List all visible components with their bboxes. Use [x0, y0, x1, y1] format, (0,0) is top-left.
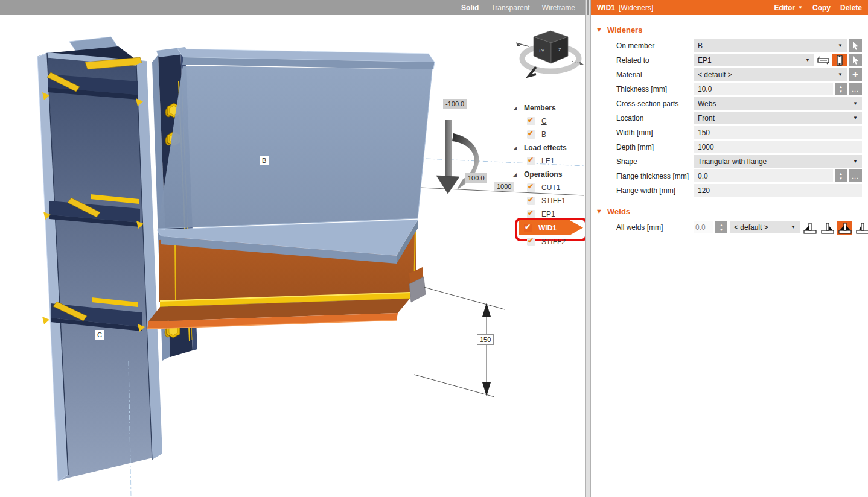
- material-dropdown[interactable]: < default > ▼: [694, 68, 847, 81]
- view-cube[interactable]: +Y Z: [516, 31, 584, 76]
- chevron-down-icon: ▼: [853, 159, 858, 164]
- expander-icon[interactable]: ◢: [513, 145, 519, 151]
- view-cube-side-label: Z: [558, 47, 561, 52]
- tree-section-operations[interactable]: ◢ Operations: [511, 168, 585, 181]
- row-related-to: Related to EP1 ▼: [616, 54, 862, 66]
- ellipsis-icon: ...: [852, 173, 859, 180]
- thickness-input[interactable]: 10.0: [694, 83, 833, 95]
- panel-splitter[interactable]: [585, 0, 591, 497]
- plate-horizontal-icon: [817, 56, 829, 65]
- cursor-pointer-icon: [852, 41, 860, 50]
- tree-section-load-effects[interactable]: ◢ Load effects: [511, 141, 585, 154]
- editor-menu-button[interactable]: Editor▼: [774, 4, 803, 12]
- expander-icon[interactable]: ◢: [513, 106, 519, 111]
- cross-section-parts-dropdown[interactable]: Webs ▼: [694, 97, 862, 110]
- chevron-down-icon: ▼: [853, 115, 858, 121]
- add-material-button[interactable]: +: [849, 68, 862, 81]
- plate-vertical-icon: [835, 55, 844, 66]
- operation-title-bar: WID1 [Wideners] Editor▼ Copy Delete: [591, 0, 868, 15]
- view-mode-wireframe[interactable]: Wireframe: [542, 4, 575, 12]
- stepper-up-icon: ▲: [839, 85, 843, 89]
- tree-item-le1[interactable]: LE1: [511, 154, 585, 168]
- collapse-triangle-icon[interactable]: ▼: [591, 207, 607, 215]
- chevron-down-icon: ▼: [791, 224, 796, 230]
- pick-in-scene-button[interactable]: [849, 39, 862, 52]
- tree-item-b[interactable]: B: [511, 128, 585, 141]
- thickness-detail-button[interactable]: ...: [849, 83, 862, 95]
- plate-horizontal-toggle[interactable]: [816, 54, 831, 66]
- stepper-down-icon: ▼: [839, 177, 843, 180]
- tree-item-stiff2[interactable]: STIFF2: [511, 235, 585, 248]
- view-mode-transparent[interactable]: Transparent: [491, 4, 529, 12]
- shape-dropdown[interactable]: Triangular with flange ▼: [694, 155, 862, 168]
- column-member-c[interactable]: [37, 37, 162, 481]
- location-dropdown[interactable]: Front ▼: [694, 112, 862, 124]
- all-welds-input[interactable]: 0.0: [694, 221, 713, 233]
- checkbox-checked-icon[interactable]: [527, 238, 535, 246]
- section-header-welds[interactable]: ▼ Welds: [591, 204, 868, 218]
- tree-item-c[interactable]: C: [511, 115, 585, 128]
- flange-thickness-stepper[interactable]: ▲▼: [835, 169, 847, 182]
- splitter-grip: [587, 0, 589, 15]
- thickness-stepper[interactable]: ▲▼: [835, 83, 847, 95]
- tree-section-members[interactable]: ◢ Members: [511, 101, 585, 115]
- weld-bevel-icon: [855, 221, 868, 235]
- plate-vertical-toggle-selected[interactable]: [832, 54, 847, 66]
- checkbox-checked-icon[interactable]: [527, 210, 535, 218]
- weld-fillet-right-button[interactable]: [820, 221, 835, 235]
- flange-thickness-input[interactable]: 0.0: [694, 169, 833, 182]
- weld-bevel-button[interactable]: [855, 221, 868, 235]
- weld-fillet-both-icon: [838, 221, 852, 235]
- weld-fillet-left-icon: [803, 221, 817, 235]
- dimension-value-top-offset[interactable]: -100.0: [443, 99, 467, 109]
- related-to-dropdown[interactable]: EP1 ▼: [694, 54, 814, 66]
- weld-fillet-right-icon: [820, 221, 835, 235]
- copy-button[interactable]: Copy: [812, 4, 831, 12]
- chevron-down-icon: ▼: [838, 72, 843, 77]
- 3d-viewport[interactable]: +Y Z -100.0 100.0 1000 150 B C ◢ Members: [0, 15, 585, 497]
- operation-title-context: [Wideners]: [619, 4, 653, 12]
- row-flange-thickness: Flange thickness [mm] 0.0 ▲▼ ...: [616, 169, 862, 182]
- ellipsis-icon: ...: [852, 86, 859, 93]
- row-depth: Depth [mm] 1000: [616, 141, 862, 153]
- delete-button[interactable]: Delete: [840, 4, 862, 12]
- chevron-down-icon: ▼: [798, 5, 803, 10]
- tree-item-stiff1[interactable]: STIFF1: [511, 194, 585, 207]
- flange-thickness-detail-button[interactable]: ...: [849, 169, 862, 182]
- tree-item-wid1-selected[interactable]: WID1: [511, 220, 585, 235]
- tree-item-ep1[interactable]: EP1: [511, 207, 585, 221]
- property-panel: ▼ Wideners On member B ▼ Related to EP1 …: [591, 15, 868, 497]
- on-member-dropdown[interactable]: B ▼: [694, 39, 847, 52]
- selected-item-pennant[interactable]: WID1: [519, 220, 583, 235]
- all-welds-stepper[interactable]: ▲▼: [715, 221, 727, 233]
- tree-item-cut1[interactable]: CUT1: [511, 181, 585, 194]
- collapse-triangle-icon[interactable]: ▼: [591, 26, 607, 33]
- view-mode-solid[interactable]: Solid: [461, 4, 479, 12]
- pick-in-scene-button[interactable]: [849, 54, 862, 66]
- depth-input[interactable]: 1000: [694, 141, 862, 153]
- stepper-down-icon: ▼: [720, 228, 723, 232]
- operation-title: WID1: [597, 4, 615, 12]
- dimension-value-bottom-offset[interactable]: 100.0: [465, 173, 487, 183]
- checkbox-checked-icon[interactable]: [527, 197, 535, 205]
- checkbox-checked-icon[interactable]: [524, 224, 532, 232]
- row-material: Material < default > ▼ +: [616, 68, 862, 81]
- plus-icon: +: [852, 69, 858, 81]
- flange-width-input[interactable]: 120: [694, 184, 862, 197]
- stepper-down-icon: ▼: [839, 90, 843, 93]
- chevron-down-icon: ▼: [805, 57, 810, 63]
- beam-member-b[interactable]: [158, 49, 435, 229]
- checkbox-checked-icon[interactable]: [527, 157, 535, 165]
- weld-fillet-both-button-selected[interactable]: [837, 221, 852, 235]
- checkbox-checked-icon[interactable]: [527, 183, 535, 192]
- weld-material-dropdown[interactable]: < default > ▼: [730, 221, 800, 233]
- chevron-down-icon: ▼: [838, 43, 843, 48]
- row-location: Location Front ▼: [616, 112, 862, 124]
- checkbox-checked-icon[interactable]: [527, 117, 535, 125]
- checkbox-checked-icon[interactable]: [527, 130, 535, 139]
- width-input[interactable]: 150: [694, 126, 862, 139]
- chevron-down-icon: ▼: [853, 101, 858, 106]
- expander-icon[interactable]: ◢: [513, 172, 519, 177]
- weld-fillet-left-button[interactable]: [802, 221, 817, 235]
- section-header-wideners[interactable]: ▼ Wideners: [591, 22, 868, 37]
